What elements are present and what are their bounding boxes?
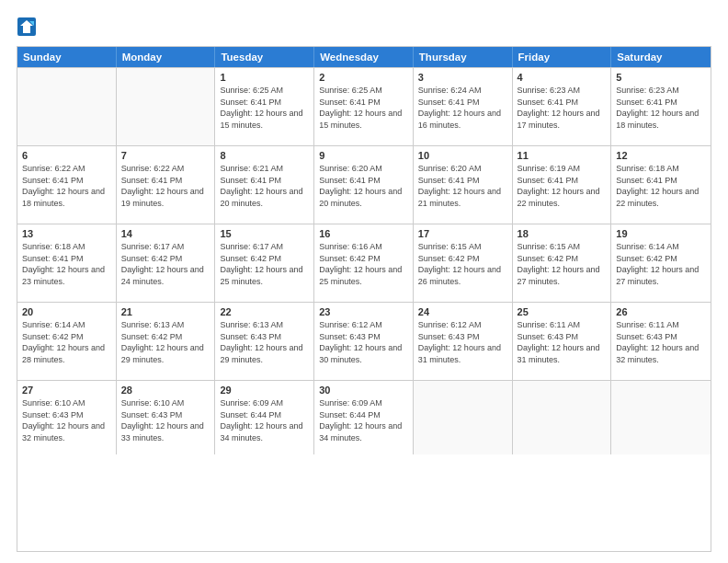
cell-sun-info: Sunrise: 6:22 AM Sunset: 6:41 PM Dayligh… xyxy=(121,163,210,209)
day-cell-14: 14Sunrise: 6:17 AM Sunset: 6:42 PM Dayli… xyxy=(117,224,216,302)
day-number: 19 xyxy=(616,228,706,239)
cell-sun-info: Sunrise: 6:11 AM Sunset: 6:43 PM Dayligh… xyxy=(616,319,706,365)
cell-sun-info: Sunrise: 6:13 AM Sunset: 6:42 PM Dayligh… xyxy=(121,319,210,365)
day-cell-7: 7Sunrise: 6:22 AM Sunset: 6:41 PM Daylig… xyxy=(117,146,216,224)
day-number: 24 xyxy=(418,306,507,317)
cell-sun-info: Sunrise: 6:10 AM Sunset: 6:43 PM Dayligh… xyxy=(22,397,111,443)
weekday-header-thursday: Thursday xyxy=(414,47,513,67)
cell-sun-info: Sunrise: 6:15 AM Sunset: 6:42 PM Dayligh… xyxy=(418,241,507,287)
day-number: 28 xyxy=(121,385,210,396)
day-number: 6 xyxy=(22,150,111,161)
weekday-header-wednesday: Wednesday xyxy=(314,47,414,67)
day-cell-8: 8Sunrise: 6:21 AM Sunset: 6:41 PM Daylig… xyxy=(215,146,314,224)
day-number: 9 xyxy=(319,150,408,161)
calendar-row-1: 1Sunrise: 6:25 AM Sunset: 6:41 PM Daylig… xyxy=(17,67,711,145)
empty-cell-4-5 xyxy=(513,381,612,454)
day-cell-6: 6Sunrise: 6:22 AM Sunset: 6:41 PM Daylig… xyxy=(17,146,117,224)
day-number: 7 xyxy=(121,150,210,161)
day-cell-26: 26Sunrise: 6:11 AM Sunset: 6:43 PM Dayli… xyxy=(611,303,711,380)
day-number: 30 xyxy=(319,385,408,396)
day-cell-3: 3Sunrise: 6:24 AM Sunset: 6:41 PM Daylig… xyxy=(414,68,513,145)
day-cell-15: 15Sunrise: 6:17 AM Sunset: 6:42 PM Dayli… xyxy=(215,224,314,302)
cell-sun-info: Sunrise: 6:18 AM Sunset: 6:41 PM Dayligh… xyxy=(616,163,706,209)
day-cell-24: 24Sunrise: 6:12 AM Sunset: 6:43 PM Dayli… xyxy=(414,303,513,380)
cell-sun-info: Sunrise: 6:16 AM Sunset: 6:42 PM Dayligh… xyxy=(319,241,408,287)
day-cell-11: 11Sunrise: 6:19 AM Sunset: 6:41 PM Dayli… xyxy=(513,146,612,224)
cell-sun-info: Sunrise: 6:23 AM Sunset: 6:41 PM Dayligh… xyxy=(518,85,607,131)
calendar-row-5: 27Sunrise: 6:10 AM Sunset: 6:43 PM Dayli… xyxy=(17,380,711,454)
cell-sun-info: Sunrise: 6:18 AM Sunset: 6:41 PM Dayligh… xyxy=(22,241,111,287)
empty-cell-4-4 xyxy=(414,381,513,454)
calendar: SundayMondayTuesdayWednesdayThursdayFrid… xyxy=(17,46,711,552)
day-number: 17 xyxy=(418,228,507,239)
cell-sun-info: Sunrise: 6:21 AM Sunset: 6:41 PM Dayligh… xyxy=(220,163,309,209)
weekday-header-saturday: Saturday xyxy=(611,47,711,67)
calendar-row-3: 13Sunrise: 6:18 AM Sunset: 6:41 PM Dayli… xyxy=(17,224,711,302)
cell-sun-info: Sunrise: 6:12 AM Sunset: 6:43 PM Dayligh… xyxy=(418,319,507,365)
day-number: 21 xyxy=(121,306,210,317)
day-cell-25: 25Sunrise: 6:11 AM Sunset: 6:43 PM Dayli… xyxy=(513,303,612,380)
empty-cell-4-6 xyxy=(611,381,711,454)
day-number: 18 xyxy=(518,228,607,239)
day-cell-23: 23Sunrise: 6:12 AM Sunset: 6:43 PM Dayli… xyxy=(314,303,414,380)
logo-icon xyxy=(17,17,37,37)
day-number: 15 xyxy=(220,228,309,239)
cell-sun-info: Sunrise: 6:25 AM Sunset: 6:41 PM Dayligh… xyxy=(220,85,309,131)
day-number: 5 xyxy=(616,72,706,83)
day-number: 10 xyxy=(418,150,507,161)
cell-sun-info: Sunrise: 6:17 AM Sunset: 6:42 PM Dayligh… xyxy=(121,241,210,287)
day-cell-17: 17Sunrise: 6:15 AM Sunset: 6:42 PM Dayli… xyxy=(414,224,513,302)
day-number: 4 xyxy=(518,72,607,83)
cell-sun-info: Sunrise: 6:20 AM Sunset: 6:41 PM Dayligh… xyxy=(418,163,507,209)
day-number: 20 xyxy=(22,306,111,317)
cell-sun-info: Sunrise: 6:14 AM Sunset: 6:42 PM Dayligh… xyxy=(616,241,706,287)
day-cell-1: 1Sunrise: 6:25 AM Sunset: 6:41 PM Daylig… xyxy=(215,68,314,145)
calendar-row-2: 6Sunrise: 6:22 AM Sunset: 6:41 PM Daylig… xyxy=(17,145,711,224)
day-cell-5: 5Sunrise: 6:23 AM Sunset: 6:41 PM Daylig… xyxy=(611,68,711,145)
cell-sun-info: Sunrise: 6:09 AM Sunset: 6:44 PM Dayligh… xyxy=(319,397,408,443)
day-number: 11 xyxy=(518,150,607,161)
day-cell-28: 28Sunrise: 6:10 AM Sunset: 6:43 PM Dayli… xyxy=(117,381,216,454)
cell-sun-info: Sunrise: 6:19 AM Sunset: 6:41 PM Dayligh… xyxy=(518,163,607,209)
cell-sun-info: Sunrise: 6:13 AM Sunset: 6:43 PM Dayligh… xyxy=(220,319,309,365)
weekday-header-tuesday: Tuesday xyxy=(215,47,314,67)
cell-sun-info: Sunrise: 6:10 AM Sunset: 6:43 PM Dayligh… xyxy=(121,397,210,443)
day-cell-10: 10Sunrise: 6:20 AM Sunset: 6:41 PM Dayli… xyxy=(414,146,513,224)
day-number: 14 xyxy=(121,228,210,239)
cell-sun-info: Sunrise: 6:15 AM Sunset: 6:42 PM Dayligh… xyxy=(518,241,607,287)
calendar-row-4: 20Sunrise: 6:14 AM Sunset: 6:42 PM Dayli… xyxy=(17,302,711,380)
day-number: 12 xyxy=(616,150,706,161)
day-cell-16: 16Sunrise: 6:16 AM Sunset: 6:42 PM Dayli… xyxy=(314,224,414,302)
cell-sun-info: Sunrise: 6:22 AM Sunset: 6:41 PM Dayligh… xyxy=(22,163,111,209)
day-cell-27: 27Sunrise: 6:10 AM Sunset: 6:43 PM Dayli… xyxy=(17,381,117,454)
day-number: 8 xyxy=(220,150,309,161)
calendar-body: 1Sunrise: 6:25 AM Sunset: 6:41 PM Daylig… xyxy=(17,67,711,454)
day-number: 13 xyxy=(22,228,111,239)
day-number: 27 xyxy=(22,385,111,396)
weekday-header-monday: Monday xyxy=(117,47,216,67)
cell-sun-info: Sunrise: 6:14 AM Sunset: 6:42 PM Dayligh… xyxy=(22,319,111,365)
cell-sun-info: Sunrise: 6:17 AM Sunset: 6:42 PM Dayligh… xyxy=(220,241,309,287)
day-number: 3 xyxy=(418,72,507,83)
day-cell-29: 29Sunrise: 6:09 AM Sunset: 6:44 PM Dayli… xyxy=(215,381,314,454)
cell-sun-info: Sunrise: 6:25 AM Sunset: 6:41 PM Dayligh… xyxy=(319,85,408,131)
empty-cell-0-0 xyxy=(17,68,117,145)
cell-sun-info: Sunrise: 6:12 AM Sunset: 6:43 PM Dayligh… xyxy=(319,319,408,365)
cell-sun-info: Sunrise: 6:23 AM Sunset: 6:41 PM Dayligh… xyxy=(616,85,706,131)
day-number: 1 xyxy=(220,72,309,83)
cell-sun-info: Sunrise: 6:09 AM Sunset: 6:44 PM Dayligh… xyxy=(220,397,309,443)
day-cell-22: 22Sunrise: 6:13 AM Sunset: 6:43 PM Dayli… xyxy=(215,303,314,380)
calendar-header: SundayMondayTuesdayWednesdayThursdayFrid… xyxy=(17,47,711,67)
day-number: 25 xyxy=(518,306,607,317)
day-number: 26 xyxy=(616,306,706,317)
cell-sun-info: Sunrise: 6:24 AM Sunset: 6:41 PM Dayligh… xyxy=(418,85,507,131)
day-cell-19: 19Sunrise: 6:14 AM Sunset: 6:42 PM Dayli… xyxy=(611,224,711,302)
day-number: 29 xyxy=(220,385,309,396)
logo xyxy=(17,17,39,37)
weekday-header-sunday: Sunday xyxy=(17,47,117,67)
day-cell-2: 2Sunrise: 6:25 AM Sunset: 6:41 PM Daylig… xyxy=(314,68,414,145)
day-cell-20: 20Sunrise: 6:14 AM Sunset: 6:42 PM Dayli… xyxy=(17,303,117,380)
empty-cell-0-1 xyxy=(117,68,216,145)
day-number: 2 xyxy=(319,72,408,83)
day-cell-30: 30Sunrise: 6:09 AM Sunset: 6:44 PM Dayli… xyxy=(314,381,414,454)
